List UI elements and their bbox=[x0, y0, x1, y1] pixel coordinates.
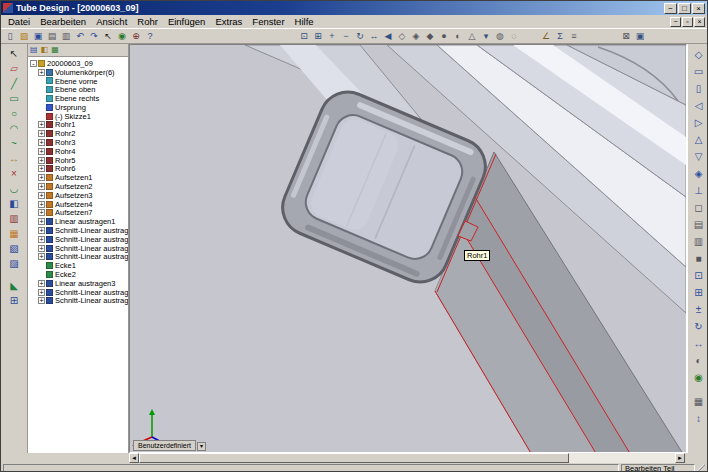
tree-item[interactable]: + Schnitt-Linear austragen1 bbox=[30, 226, 128, 235]
grid-icon[interactable]: ▦ bbox=[690, 393, 708, 410]
tree-expander-icon[interactable]: + bbox=[38, 209, 45, 216]
standard-views-icon[interactable]: ◇ bbox=[690, 46, 708, 63]
scroll-right-button[interactable]: ► bbox=[675, 453, 685, 463]
menu-bearbeiten[interactable]: Bearbeiten bbox=[35, 16, 91, 27]
zoom-in-out-icon[interactable]: ± bbox=[690, 301, 708, 318]
tree-expander-icon[interactable]: + bbox=[38, 192, 45, 199]
tree-item[interactable]: + Rohr3 bbox=[30, 138, 128, 147]
tree-item[interactable]: + Volumenkörper(6) bbox=[30, 68, 128, 77]
feature-manager-tab-icon[interactable]: ▤ bbox=[30, 46, 38, 54]
wireframe-icon[interactable]: ◻ bbox=[690, 199, 708, 216]
tree-item[interactable]: + Rohr1 bbox=[30, 121, 128, 130]
section-view-icon[interactable]: ◐ bbox=[451, 30, 465, 43]
tree-expander-icon[interactable]: + bbox=[38, 69, 45, 76]
rohr-tool-icon[interactable]: ▥ bbox=[3, 211, 25, 226]
right-view-icon[interactable]: ▷ bbox=[690, 114, 708, 131]
view-tab-benutzerdefiniert[interactable]: Benutzerdefiniert bbox=[133, 440, 196, 451]
tree-expander-icon[interactable]: + bbox=[38, 157, 45, 164]
maximize-button[interactable]: □ bbox=[678, 3, 691, 14]
fullscreen-icon[interactable]: ⊠ bbox=[619, 30, 633, 43]
axis-icon[interactable]: ↕ bbox=[690, 410, 708, 427]
view-tab-dropdown-icon[interactable]: ▾ bbox=[197, 442, 206, 451]
tree-item[interactable]: + Aufsetzen2 bbox=[30, 182, 128, 191]
tree-item[interactable]: + Schnitt-Linear austragen2 bbox=[30, 235, 128, 244]
menu-fenster[interactable]: Fenster bbox=[247, 16, 289, 27]
section-view-icon[interactable]: ◐ bbox=[690, 352, 708, 369]
named-views-icon[interactable]: ▾ bbox=[479, 30, 493, 43]
select-arrow-icon[interactable]: ↖ bbox=[3, 46, 25, 61]
tree-item[interactable]: Ebene oben bbox=[30, 85, 128, 94]
tree-item[interactable]: + Linear austragen3 bbox=[30, 279, 128, 288]
tree-expander-icon[interactable]: + bbox=[38, 289, 45, 296]
perspective-icon[interactable]: △ bbox=[465, 30, 479, 43]
titlebar[interactable]: Tube Design - [20000603_09] − □ × bbox=[1, 1, 707, 15]
tree-expander-icon[interactable]: + bbox=[38, 183, 45, 190]
configuration-manager-tab-icon[interactable]: ▦ bbox=[51, 46, 59, 54]
tree-expander-icon[interactable]: + bbox=[38, 280, 45, 287]
normal-to-icon[interactable]: ⊥ bbox=[690, 182, 708, 199]
print-icon[interactable]: ▤ bbox=[45, 30, 59, 43]
mdi-restore-button[interactable]: ▫ bbox=[682, 17, 693, 27]
extrude-boss-icon[interactable]: ▧ bbox=[3, 241, 25, 256]
tree-item[interactable]: + Schnitt-Linear austragen4 bbox=[30, 253, 128, 262]
tree-item[interactable]: + Rohr5 bbox=[30, 156, 128, 165]
tree-expander-icon[interactable]: + bbox=[38, 130, 45, 137]
tree-item[interactable]: + Linear austragen1 bbox=[30, 217, 128, 226]
tree-expander-icon[interactable]: + bbox=[38, 174, 45, 181]
close-button[interactable]: × bbox=[692, 3, 705, 14]
mdi-minimize-button[interactable]: − bbox=[670, 17, 681, 27]
tree-item[interactable]: - 20000603_09 bbox=[30, 59, 128, 68]
isometric-view-icon[interactable]: ◈ bbox=[690, 165, 708, 182]
tree-expander-icon[interactable]: + bbox=[38, 139, 45, 146]
viewport[interactable]: Rohr1 Benutzerdefiniert ▾ bbox=[129, 44, 687, 453]
property-manager-tab-icon[interactable]: ◧ bbox=[41, 46, 49, 54]
tree-expander-icon[interactable]: + bbox=[38, 121, 45, 128]
scrollbar-thumb[interactable] bbox=[139, 453, 569, 463]
arc-icon[interactable]: ◠ bbox=[3, 121, 25, 136]
tree-expander-icon[interactable]: + bbox=[38, 245, 45, 252]
pattern-tool-icon[interactable]: ⊞ bbox=[3, 293, 25, 308]
ecke-tool-icon[interactable]: ◣ bbox=[3, 278, 25, 293]
zoom-fit-icon[interactable]: ⊡ bbox=[690, 267, 708, 284]
zoom-area-icon[interactable]: ⊞ bbox=[311, 30, 325, 43]
mirror-icon[interactable]: ◧ bbox=[3, 196, 25, 211]
tree-item[interactable]: Ebene rechts bbox=[30, 94, 128, 103]
tree-item[interactable]: + Aufsetzen3 bbox=[30, 191, 128, 200]
tree-item[interactable]: + Rohr2 bbox=[30, 129, 128, 138]
tree-expander-icon[interactable]: + bbox=[38, 165, 45, 172]
line-icon[interactable]: ╱ bbox=[3, 76, 25, 91]
left-view-icon[interactable]: ◁ bbox=[690, 97, 708, 114]
menu-datei[interactable]: Datei bbox=[3, 16, 35, 27]
aufsetzen-tool-icon[interactable]: ▦ bbox=[3, 226, 25, 241]
previous-view-icon[interactable]: ◀ bbox=[381, 30, 395, 43]
wireframe-icon[interactable]: ◇ bbox=[395, 30, 409, 43]
rebuild-icon[interactable]: ◉ bbox=[115, 30, 129, 43]
pan-view-icon[interactable]: ↔ bbox=[690, 335, 708, 352]
menu-rohr[interactable]: Rohr bbox=[132, 16, 163, 27]
menu-hilfe[interactable]: Hilfe bbox=[290, 16, 319, 27]
scrollbar-track[interactable] bbox=[569, 453, 675, 463]
hidden-lines-removed-icon[interactable]: ◆ bbox=[423, 30, 437, 43]
viewport-settings-icon[interactable]: ◍ bbox=[493, 30, 507, 43]
curvature-icon[interactable]: ◉ bbox=[690, 369, 708, 386]
tree-expander-icon[interactable]: + bbox=[38, 148, 45, 155]
tree-item[interactable]: + Schnitt-Linear austragen6 bbox=[30, 297, 128, 306]
refresh-view-icon[interactable]: ◌ bbox=[507, 30, 521, 43]
tree-item[interactable]: Ecke1 bbox=[30, 261, 128, 270]
tree-expander-icon[interactable]: + bbox=[38, 297, 45, 304]
rotate-view-icon[interactable]: ↻ bbox=[690, 318, 708, 335]
dimension-icon[interactable]: ↔ bbox=[3, 151, 25, 166]
select-arrow-icon[interactable]: ↖ bbox=[101, 30, 115, 43]
horizontal-scrollbar[interactable]: ◄ ► bbox=[129, 453, 685, 463]
save-icon[interactable]: ▣ bbox=[31, 30, 45, 43]
undo-icon[interactable]: ↶ bbox=[73, 30, 87, 43]
tree-item[interactable]: + Rohr6 bbox=[30, 165, 128, 174]
circle-icon[interactable]: ○ bbox=[3, 106, 25, 121]
rectangle-icon[interactable]: ▭ bbox=[3, 91, 25, 106]
top-view-icon[interactable]: △ bbox=[690, 131, 708, 148]
redo-icon[interactable]: ↷ bbox=[87, 30, 101, 43]
options-icon[interactable]: ≡ bbox=[567, 30, 581, 43]
tree-item[interactable]: + Schnitt-Linear austragen5 bbox=[30, 288, 128, 297]
hidden-lines-visible-icon[interactable]: ▤ bbox=[690, 216, 708, 233]
back-view-icon[interactable]: ▯ bbox=[690, 80, 708, 97]
